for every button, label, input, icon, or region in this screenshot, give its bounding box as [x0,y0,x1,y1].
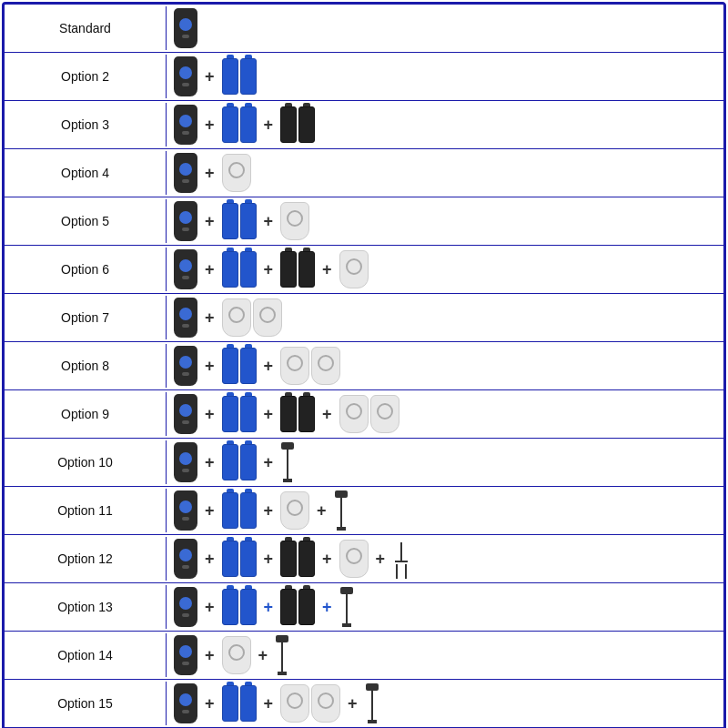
option-label: Option 2 [5,55,167,98]
table-row: Standard [5,5,723,53]
chime-white-icon [280,347,309,385]
battery-blue-icon [222,203,238,239]
chime-white-icon [222,154,251,192]
plus-sign: + [264,598,274,617]
option-content: ++ [167,342,723,389]
battery-blue-double-icon [222,203,257,239]
chime-white-icon [280,684,309,723]
chime-white-icon [311,347,340,385]
plus-sign: + [205,405,215,424]
plus-sign: + [205,598,215,617]
battery-black-icon [280,589,297,625]
doorbell-icon [174,490,197,531]
plus-sign: + [264,694,274,713]
doorbell-icon [174,346,197,386]
battery-blue-icon [222,444,238,480]
table-row: Option 13+++ [5,583,723,632]
option-content: + [167,53,723,100]
option-label: Option 13 [5,585,167,629]
transformer-icon [339,587,354,627]
battery-blue-icon [240,589,257,625]
chime-white-icon [280,202,309,240]
battery-blue-double-icon [222,685,257,722]
plus-sign: + [205,694,215,713]
battery-blue-double-icon [222,541,257,577]
option-content: ++ [167,632,723,679]
doorbell-icon [174,8,197,48]
option-content: +++ [167,680,723,727]
option-label: Option 10 [5,440,167,484]
chime-white-double-icon [339,395,399,433]
plus-sign: + [205,357,215,376]
option-label: Option 5 [5,199,167,243]
table-row: Option 8++ [5,342,723,390]
plus-sign: + [205,67,215,86]
battery-blue-double-icon [222,492,257,529]
options-table: StandardOption 2+Option 3++Option 4+Opti… [2,2,726,728]
battery-black-double-icon [280,541,315,577]
battery-blue-icon [222,492,238,529]
battery-blue-icon [240,541,257,577]
battery-blue-icon [222,396,238,432]
battery-black-icon [298,251,315,288]
table-row: Option 14++ [5,632,723,680]
table-row: Option 9+++ [5,390,723,439]
plus-sign: + [322,260,332,279]
plus-sign: + [348,694,358,713]
chime-white-icon [280,491,309,530]
battery-blue-double-icon [222,251,257,288]
doorbell-icon [174,298,197,338]
battery-blue-double-icon [222,106,257,143]
chime-white-icon [253,298,282,337]
option-label: Option 4 [5,151,167,195]
battery-black-double-icon [280,251,315,288]
chime-white-icon [222,298,251,337]
plus-sign: + [322,405,332,424]
battery-black-icon [280,106,297,143]
option-content: +++ [167,246,723,293]
plus-sign: + [264,116,274,135]
plus-sign: + [205,501,215,521]
battery-blue-icon [240,203,257,239]
option-content: ++ [167,101,723,148]
battery-black-icon [280,251,297,288]
option-content: +++ [167,583,723,631]
plus-sign: + [264,260,274,279]
option-content: ++++ [167,535,723,582]
table-row: Option 7+ [5,294,723,342]
chime-white-icon [339,395,369,433]
doorbell-icon [174,587,197,627]
doorbell-icon [174,635,197,675]
option-content: + [167,149,723,197]
plus-sign: + [205,260,215,279]
table-row: Option 3++ [5,101,723,149]
chime-white-icon [311,684,340,723]
battery-blue-icon [240,251,257,288]
plus-sign: + [205,646,215,665]
battery-blue-icon [222,589,238,625]
plus-sign: + [205,550,215,569]
option-label: Option 14 [5,633,167,677]
option-content [167,5,723,52]
battery-blue-double-icon [222,589,257,625]
option-content: + [167,294,723,341]
battery-blue-double-icon [222,58,257,95]
battery-blue-icon [240,106,257,143]
option-label: Standard [5,6,167,50]
doorbell-icon [174,442,197,482]
battery-blue-icon [240,492,257,529]
battery-blue-icon [240,444,257,480]
battery-blue-double-icon [222,348,257,384]
table-row: Option 4+ [5,149,723,197]
chime-white-double-icon [280,347,340,385]
battery-blue-icon [240,348,257,384]
battery-blue-icon [222,58,238,95]
doorbell-icon [174,394,197,434]
option-content: ++ [167,197,723,245]
battery-blue-icon [240,685,257,722]
table-row: Option 6+++ [5,246,723,294]
option-label: Option 8 [5,344,167,388]
plus-sign: + [264,405,274,424]
transformer-icon [275,635,289,675]
plus-sign: + [264,212,274,231]
